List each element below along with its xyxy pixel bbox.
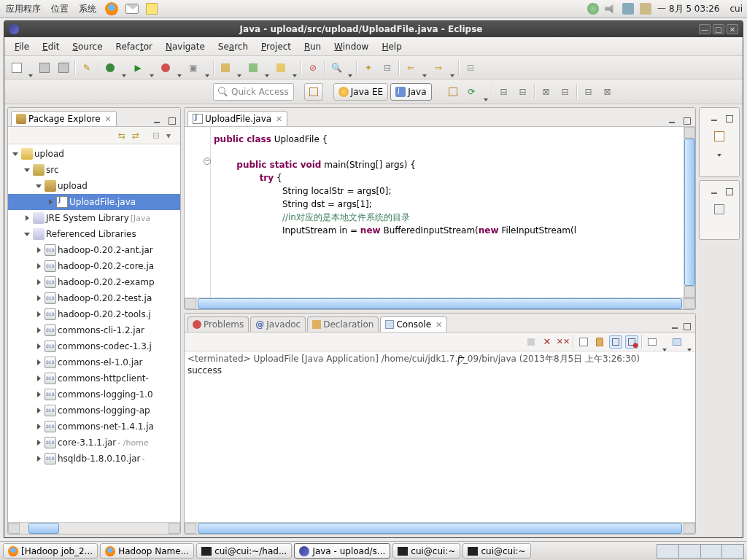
collapse-all-button[interactable]: ⇆: [117, 130, 129, 141]
open-perspective-button[interactable]: [304, 83, 323, 101]
volume-icon[interactable]: [605, 3, 616, 15]
back-button[interactable]: ⇐: [403, 60, 419, 76]
gnome-menu-system[interactable]: 系统: [77, 1, 98, 17]
filters-button[interactable]: ⊟: [152, 130, 163, 141]
open-console-button[interactable]: [670, 335, 684, 349]
restore-button[interactable]: [723, 185, 735, 197]
menu-navigate[interactable]: Navigate: [160, 39, 211, 54]
taskbar-item[interactable]: cui@cui:~/had...: [196, 543, 292, 559]
workspace-switcher[interactable]: [657, 544, 744, 559]
pin-button[interactable]: ⊟: [462, 60, 479, 76]
gnome-menu-places[interactable]: 位置: [50, 1, 70, 17]
taskbar-item-active[interactable]: Java - upload/s...: [294, 543, 390, 559]
declaration-tab[interactable]: Declaration: [307, 316, 379, 332]
mail-launcher-icon[interactable]: [125, 4, 139, 14]
run-last-button[interactable]: [158, 60, 174, 76]
console-hscroll[interactable]: [185, 522, 695, 534]
save-all-button[interactable]: [55, 60, 71, 76]
show-console-button[interactable]: [609, 335, 622, 349]
menu-file[interactable]: File: [9, 39, 35, 54]
minimize-view-button[interactable]: [151, 114, 163, 126]
console-output[interactable]: <terminated> UploadFile [Java Applicatio…: [185, 351, 695, 522]
pin-console-button[interactable]: ●: [625, 335, 638, 349]
menu-run[interactable]: Run: [298, 39, 327, 54]
menu-refactor[interactable]: Refactor: [110, 39, 158, 54]
ext-tools-button[interactable]: ▣: [185, 60, 201, 76]
problems-tab[interactable]: Problems: [187, 316, 249, 332]
menu-help[interactable]: Help: [376, 39, 407, 54]
minimize-view-button[interactable]: [669, 320, 681, 332]
network-icon[interactable]: [622, 3, 634, 15]
outline-icon[interactable]: [711, 201, 727, 217]
toggle-mark-button[interactable]: ✦: [360, 60, 376, 76]
notes-launcher-icon[interactable]: [146, 3, 158, 15]
close-icon[interactable]: ✕: [103, 114, 112, 124]
clear-console-button[interactable]: [577, 335, 590, 349]
maximize-view-button[interactable]: [681, 320, 692, 332]
tray-icon-2[interactable]: [640, 3, 651, 15]
view-menu-button[interactable]: ▾: [166, 130, 177, 141]
editor-hscroll[interactable]: [185, 298, 695, 309]
taskbar-item[interactable]: Hadoop Name...: [100, 543, 194, 559]
titlebar[interactable]: Java - upload/src/upload/UploadFile.java…: [4, 21, 743, 37]
debug-wand-icon[interactable]: ✎: [79, 60, 95, 76]
perspective-javaee[interactable]: Java EE: [333, 83, 388, 101]
scroll-lock-button[interactable]: [593, 335, 606, 349]
minimize-button[interactable]: —: [699, 24, 711, 34]
tb-icon4[interactable]: ⊟: [515, 84, 531, 100]
gnome-menu-apps[interactable]: 应用程序: [4, 1, 42, 17]
search-button[interactable]: 🔍: [328, 60, 344, 76]
clock[interactable]: 一 8月 5 03:26: [657, 3, 719, 15]
minimize-view-button[interactable]: [666, 114, 678, 126]
console-tab[interactable]: Console✕: [380, 316, 447, 332]
firefox-launcher-icon[interactable]: [105, 2, 118, 15]
new-package-button[interactable]: [217, 60, 233, 76]
link-editor-button[interactable]: ⇄: [131, 130, 143, 141]
restore-button[interactable]: [708, 112, 720, 124]
maximize-view-button[interactable]: [681, 114, 692, 126]
menu-project[interactable]: Project: [255, 39, 297, 54]
perspective-java[interactable]: Java: [390, 83, 431, 101]
user-menu[interactable]: cui: [725, 4, 743, 14]
tb-icon8[interactable]: ⊠: [600, 84, 616, 100]
menu-edit[interactable]: Edit: [36, 39, 65, 54]
save-button[interactable]: [36, 60, 53, 76]
remove-launch-button[interactable]: ✕: [541, 335, 554, 349]
quick-access[interactable]: Quick Access: [213, 83, 294, 101]
menu-source[interactable]: Source: [66, 39, 108, 54]
tray-icon[interactable]: [587, 3, 599, 15]
tasklist-icon[interactable]: [711, 128, 727, 144]
new-button[interactable]: [9, 60, 25, 76]
new-class-button[interactable]: [245, 60, 261, 76]
editor-vscroll[interactable]: [684, 127, 695, 298]
maximize-button[interactable]: □: [713, 24, 724, 34]
annotation-button[interactable]: ⊟: [379, 60, 395, 76]
maximize-view-button[interactable]: [166, 114, 177, 126]
display-console-button[interactable]: [646, 335, 659, 349]
tb-icon2[interactable]: ⟳: [464, 84, 480, 100]
restore-button[interactable]: [708, 185, 720, 197]
close-icon[interactable]: ✕: [274, 114, 282, 124]
tb-icon7[interactable]: ⊟: [581, 84, 597, 100]
taskbar-item[interactable]: [Hadoop job_2...: [3, 543, 98, 559]
editor-tab[interactable]: UploadFile.java ✕: [187, 111, 287, 126]
forward-button[interactable]: ⇒: [430, 60, 446, 76]
menu-window[interactable]: Window: [328, 39, 374, 54]
tb-icon6[interactable]: ⊟: [557, 84, 573, 100]
javadoc-tab[interactable]: @Javadoc: [250, 316, 306, 332]
taskbar-item[interactable]: cui@cui:~: [462, 543, 530, 559]
taskbar-item[interactable]: cui@cui:~: [392, 543, 460, 559]
code-editor[interactable]: − public class UploadFile { public stati…: [185, 127, 695, 298]
remove-all-button[interactable]: ✕✕: [557, 335, 570, 349]
package-explorer-tab[interactable]: Package Explore ✕: [11, 111, 117, 126]
tb-icon5[interactable]: ⊠: [538, 84, 554, 100]
package-tree[interactable]: upload src upload UploadFile.java JRE Sy…: [8, 144, 180, 522]
debug-button[interactable]: [102, 60, 118, 76]
run-button[interactable]: ▶: [130, 60, 146, 76]
open-type-button[interactable]: ⊘: [305, 60, 321, 76]
close-button[interactable]: ✕: [727, 24, 738, 34]
tb-icon3[interactable]: ⊟: [496, 84, 512, 100]
new-folder-button[interactable]: [273, 60, 289, 76]
terminate-button[interactable]: [525, 335, 538, 349]
close-icon[interactable]: ✕: [433, 320, 442, 330]
